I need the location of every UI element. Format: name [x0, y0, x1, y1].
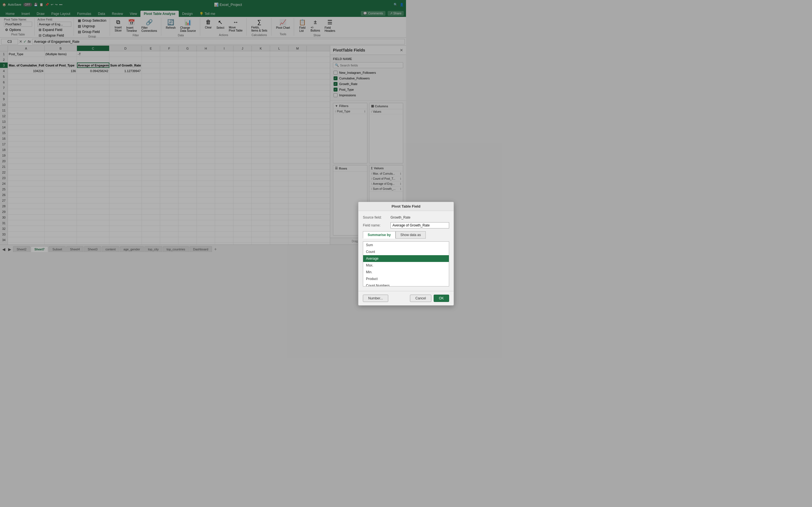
source-field-row: Source field: Growth_Rate [363, 216, 406, 219]
field-name-label: Field name: [363, 223, 388, 227]
modal-body: Source field: Growth_Rate Field name: Su… [358, 211, 406, 254]
pivot-table-field-modal: Pivot Table Field Source field: Growth_R… [358, 202, 406, 254]
source-field-value: Growth_Rate [391, 216, 406, 219]
summarise-by-tab[interactable]: Summarise by [363, 231, 396, 238]
show-data-as-tab[interactable]: Show data as [396, 231, 406, 238]
modal-header: Pivot Table Field [358, 202, 406, 211]
field-name-input[interactable] [391, 222, 406, 228]
field-name-row: Field name: [363, 222, 406, 228]
source-field-label: Source field: [363, 216, 388, 219]
modal-overlay: Pivot Table Field Source field: Growth_R… [0, 0, 406, 253]
modal-tabs: Summarise by Show data as [363, 231, 406, 238]
summarise-list: Sum Count Average Max. Min. Product Coun… [363, 241, 406, 254]
list-item-count[interactable]: Count [363, 248, 406, 254]
list-item-sum[interactable]: Sum [363, 242, 406, 248]
